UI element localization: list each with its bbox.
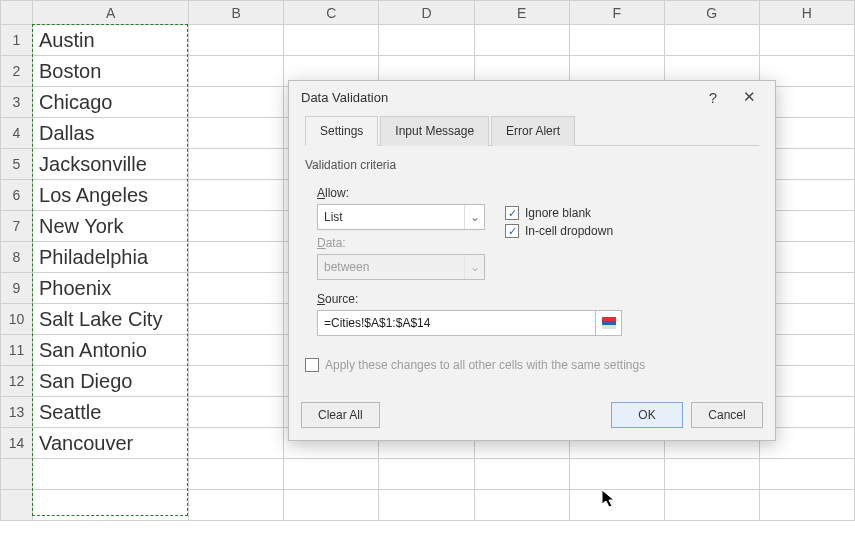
cell-A3[interactable]: Chicago	[33, 87, 189, 118]
row-header[interactable]: 1	[1, 25, 33, 56]
row-header[interactable]: 3	[1, 87, 33, 118]
row-header[interactable]: 5	[1, 149, 33, 180]
range-selector-button[interactable]	[596, 310, 622, 336]
col-header-H[interactable]: H	[759, 1, 854, 25]
col-header-B[interactable]: B	[189, 1, 284, 25]
cell-A6[interactable]: Los Angeles	[33, 180, 189, 211]
tab-settings[interactable]: Settings	[305, 116, 378, 146]
row-header[interactable]: 6	[1, 180, 33, 211]
cell-A4[interactable]: Dallas	[33, 118, 189, 149]
row-header[interactable]: 2	[1, 56, 33, 87]
cell-A10[interactable]: Salt Lake City	[33, 304, 189, 335]
select-all-corner[interactable]	[1, 1, 33, 25]
cancel-button[interactable]: Cancel	[691, 402, 763, 428]
cell[interactable]	[189, 25, 284, 56]
row-header[interactable]: 7	[1, 211, 33, 242]
tab-error-alert[interactable]: Error Alert	[491, 116, 575, 146]
col-header-D[interactable]: D	[379, 1, 474, 25]
row-header[interactable]: 14	[1, 428, 33, 459]
checkbox-checked-icon: ✓	[505, 206, 519, 220]
ignore-blank-checkbox[interactable]: ✓ Ignore blank	[505, 206, 613, 220]
data-dropdown: between ⌄	[317, 254, 485, 280]
dialog-tabs: Settings Input Message Error Alert	[305, 115, 759, 146]
chevron-down-icon: ⌄	[464, 205, 484, 229]
cell-A8[interactable]: Philadelphia	[33, 242, 189, 273]
row-header[interactable]: 13	[1, 397, 33, 428]
close-button[interactable]: ✕	[731, 83, 767, 111]
help-button[interactable]: ?	[695, 83, 731, 111]
apply-same-settings-label: Apply these changes to all other cells w…	[325, 358, 645, 372]
row-header[interactable]	[1, 459, 33, 490]
ignore-blank-label: Ignore blank	[525, 206, 591, 220]
cell-A9[interactable]: Phoenix	[33, 273, 189, 304]
in-cell-dropdown-checkbox[interactable]: ✓ In-cell dropdown	[505, 224, 613, 238]
chevron-down-icon: ⌄	[464, 255, 484, 279]
tab-input-message[interactable]: Input Message	[380, 116, 489, 146]
range-selector-icon	[602, 317, 616, 329]
cell-A5[interactable]: Jacksonville	[33, 149, 189, 180]
cell-A2[interactable]: Boston	[33, 56, 189, 87]
row-header[interactable]: 10	[1, 304, 33, 335]
close-icon: ✕	[743, 88, 756, 106]
validation-criteria-label: Validation criteria	[305, 158, 759, 172]
row-header[interactable]	[1, 490, 33, 521]
row-header[interactable]: 4	[1, 118, 33, 149]
allow-label: Allow:	[317, 186, 485, 200]
allow-value: List	[324, 210, 343, 224]
col-header-A[interactable]: A	[33, 1, 189, 25]
data-value: between	[324, 260, 369, 274]
apply-same-settings-checkbox: ✓	[305, 358, 319, 372]
data-label: Data:	[317, 236, 485, 250]
col-header-F[interactable]: F	[569, 1, 664, 25]
cell-A7[interactable]: New York	[33, 211, 189, 242]
cell-A12[interactable]: San Diego	[33, 366, 189, 397]
cell-A1[interactable]: Austin	[33, 25, 189, 56]
row-header[interactable]: 8	[1, 242, 33, 273]
clear-all-button[interactable]: Clear All	[301, 402, 380, 428]
source-input[interactable]	[317, 310, 596, 336]
data-validation-dialog: Data Validation ? ✕ Settings Input Messa…	[288, 80, 776, 441]
row-header[interactable]: 9	[1, 273, 33, 304]
source-label: Source:	[317, 292, 759, 306]
cell-A14[interactable]: Vancouver	[33, 428, 189, 459]
allow-dropdown[interactable]: List ⌄	[317, 204, 485, 230]
dialog-titlebar[interactable]: Data Validation ? ✕	[289, 81, 775, 113]
row-header[interactable]: 11	[1, 335, 33, 366]
cell-A11[interactable]: San Antonio	[33, 335, 189, 366]
row-header[interactable]: 12	[1, 366, 33, 397]
cell-A13[interactable]: Seattle	[33, 397, 189, 428]
in-cell-dropdown-label: In-cell dropdown	[525, 224, 613, 238]
col-header-C[interactable]: C	[284, 1, 379, 25]
ok-button[interactable]: OK	[611, 402, 683, 428]
dialog-title: Data Validation	[297, 90, 695, 105]
col-header-G[interactable]: G	[664, 1, 759, 25]
checkbox-checked-icon: ✓	[505, 224, 519, 238]
col-header-E[interactable]: E	[474, 1, 569, 25]
